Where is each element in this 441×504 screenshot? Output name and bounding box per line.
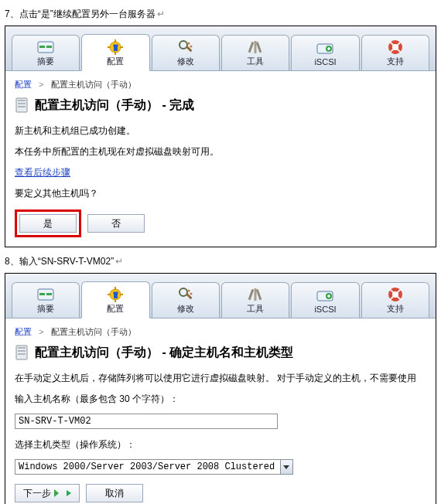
tab-label: iSCSI — [314, 305, 336, 314]
modify-icon — [177, 40, 194, 54]
tab-label: 工具 — [247, 56, 264, 67]
svg-point-39 — [187, 290, 190, 292]
page-title: 配置主机访问（手动） - 完成 — [35, 97, 194, 114]
hostname-input[interactable] — [15, 414, 278, 429]
server-icon — [15, 97, 29, 114]
tab-tools[interactable]: 工具 — [221, 282, 289, 318]
hosttype-value: Windows 2000/Server 2003/Server 2008 Clu… — [19, 461, 275, 472]
configure-icon — [107, 288, 124, 301]
tab-modify[interactable]: 修改 — [152, 35, 220, 70]
svg-point-40 — [190, 293, 192, 295]
tabbar-2: 摘要 配置 修改 工具 iSCSI — [5, 274, 436, 318]
step8-caption: 8、输入“SN-SRV-T-VM02”↵ — [5, 255, 436, 268]
modify-icon — [177, 288, 194, 301]
tab-support[interactable]: 支持 — [361, 282, 429, 318]
tab-iscsi[interactable]: iSCSI — [291, 282, 359, 318]
tab-configure[interactable]: 配置 — [81, 34, 149, 71]
step7-caption: 7、点击“是”继续配置另外一台服务器↵ — [5, 8, 436, 21]
tab-support[interactable]: 支持 — [361, 35, 429, 70]
svg-rect-43 — [255, 288, 257, 301]
breadcrumb-current: 配置主机访问（手动） — [51, 80, 136, 89]
tab-label: 摘要 — [37, 56, 54, 67]
tools-icon — [247, 288, 264, 301]
svg-rect-36 — [114, 291, 118, 294]
tab-configure[interactable]: 配置 — [81, 281, 149, 318]
tab-label: 工具 — [247, 303, 264, 315]
breadcrumb-current: 配置主机访问（手动） — [51, 327, 136, 336]
button-row: 是 否 — [15, 209, 426, 237]
svg-rect-24 — [18, 100, 26, 101]
page-header: 配置主机访问（手动） - 确定主机名和主机类型 — [15, 344, 426, 361]
page-header: 配置主机访问（手动） - 完成 — [15, 97, 426, 114]
svg-rect-51 — [18, 347, 26, 349]
tab-label: 支持 — [387, 56, 404, 67]
tab-summary[interactable]: 摘要 — [12, 282, 80, 318]
svg-rect-52 — [18, 350, 26, 352]
svg-rect-41 — [248, 289, 255, 300]
tab-label: 配置 — [107, 56, 124, 67]
tab-label: 摘要 — [37, 303, 54, 315]
breadcrumb-root[interactable]: 配置 — [15, 327, 32, 336]
highlight-yes: 是 — [15, 209, 81, 237]
content-step7: 配置 > 配置主机访问（手动） 配置主机访问（手动） - 完成 新主机和主机组已… — [5, 71, 436, 247]
next-button[interactable]: 下一步 — [15, 484, 80, 502]
hosttype-label: 选择主机类型（操作系统）： — [15, 438, 426, 451]
tab-tools[interactable]: 工具 — [221, 35, 289, 70]
svg-rect-26 — [18, 106, 26, 107]
next-button-label: 下一步 — [23, 487, 51, 500]
tabbar-1: 摘要 配置 修改 工具 iSCSI — [5, 26, 436, 71]
breadcrumb-root[interactable]: 配置 — [15, 80, 32, 89]
iscsi-icon — [316, 289, 333, 303]
msg-available: 本任务中所配置的主机现在对虚拟磁盘映射可用。 — [15, 145, 426, 158]
cancel-button[interactable]: 取消 — [86, 484, 143, 502]
no-button[interactable]: 否 — [87, 214, 145, 233]
tab-label: iSCSI — [314, 57, 336, 66]
panel-step8: 摘要 配置 修改 工具 iSCSI — [5, 273, 436, 504]
tab-label: 修改 — [177, 56, 194, 67]
dropdown-caret-icon — [283, 465, 289, 469]
breadcrumb: 配置 > 配置主机访问（手动） — [15, 326, 426, 338]
prompt-define-another: 要定义其他主机吗？ — [15, 187, 426, 200]
tab-label: 修改 — [177, 303, 194, 315]
svg-rect-9 — [114, 44, 118, 46]
panel-step7: 摘要 配置 修改 工具 iSCSI — [5, 26, 436, 247]
iscsi-icon — [316, 42, 333, 56]
svg-rect-29 — [46, 293, 52, 295]
svg-rect-25 — [18, 103, 26, 104]
page-title: 配置主机访问（手动） - 确定主机名和主机类型 — [35, 345, 293, 361]
msg-success: 新主机和主机组已成功创建。 — [15, 124, 426, 138]
svg-rect-15 — [256, 42, 262, 53]
breadcrumb: 配置 > 配置主机访问（手动） — [15, 79, 426, 90]
hostname-label: 输入主机名称（最多包含 30 个字符）： — [15, 393, 426, 406]
content-step8: 配置 > 配置主机访问（手动） 配置主机访问（手动） - 确定主机名和主机类型 … — [5, 318, 436, 504]
tab-label: 支持 — [387, 303, 404, 315]
svg-rect-53 — [18, 353, 26, 355]
support-icon — [387, 40, 404, 54]
server-icon — [15, 344, 29, 361]
link-followup-steps[interactable]: 查看后续步骤 — [15, 167, 70, 178]
button-row: 下一步 取消 — [15, 484, 426, 502]
tab-summary[interactable]: 摘要 — [12, 35, 80, 70]
svg-marker-54 — [54, 489, 59, 497]
tab-label: 配置 — [107, 303, 124, 315]
summary-icon — [37, 40, 54, 54]
yes-button[interactable]: 是 — [19, 214, 77, 233]
hosttype-select[interactable]: Windows 2000/Server 2003/Server 2008 Clu… — [15, 459, 293, 475]
chevron-right-icon: > — [39, 80, 43, 89]
svg-point-13 — [190, 46, 192, 48]
support-icon — [387, 288, 404, 301]
chevron-right-icon: > — [39, 327, 43, 336]
svg-rect-16 — [255, 41, 257, 53]
svg-point-12 — [187, 43, 190, 45]
svg-rect-42 — [256, 289, 262, 300]
svg-rect-14 — [248, 42, 255, 53]
tab-iscsi[interactable]: iSCSI — [291, 35, 359, 70]
tab-modify[interactable]: 修改 — [152, 282, 220, 318]
summary-icon — [37, 288, 54, 301]
svg-rect-28 — [39, 293, 45, 295]
svg-rect-1 — [39, 46, 45, 48]
intro-text: 在手动定义主机后，存储阵列将可以使用它进行虚拟磁盘映射。 对于手动定义的主机，不… — [15, 372, 426, 385]
svg-rect-2 — [46, 46, 52, 48]
tools-icon — [247, 40, 264, 54]
configure-icon — [107, 40, 124, 54]
